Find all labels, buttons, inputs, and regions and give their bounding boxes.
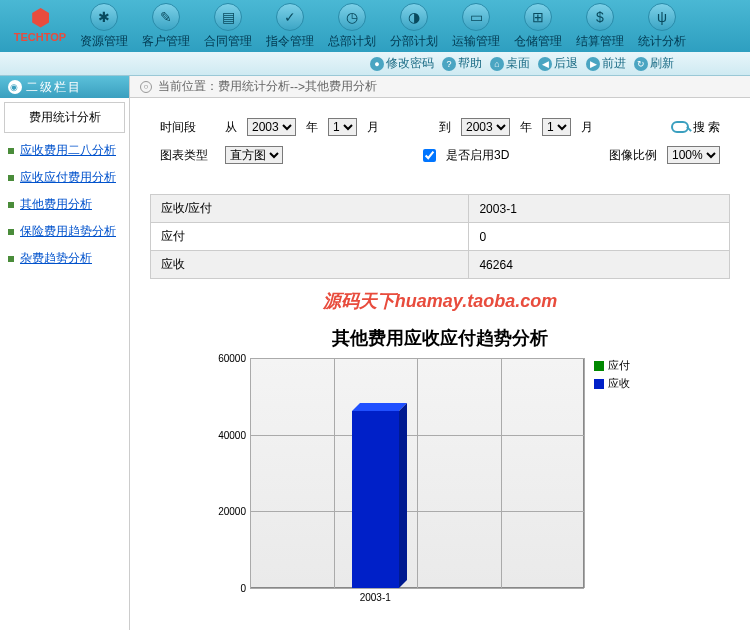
table-cell: 46264 xyxy=(469,251,730,279)
topnav-item[interactable]: ▭运输管理 xyxy=(452,3,500,50)
topnav-item[interactable]: ✱资源管理 xyxy=(80,3,128,50)
enable-3d-label: 是否启用3D xyxy=(446,147,509,164)
top-navigation: ✱资源管理✎客户管理▤合同管理✓指令管理◷总部计划◑分部计划▭运输管理⊞仓储管理… xyxy=(0,0,750,52)
topnav-icon: ✎ xyxy=(152,3,180,31)
table-row: 应收46264 xyxy=(151,251,730,279)
year-label: 年 xyxy=(306,119,318,136)
sidebar-current-section: 费用统计分析 xyxy=(4,102,125,133)
topnav-icon: ▭ xyxy=(462,3,490,31)
topnav-icon: ⊞ xyxy=(524,3,552,31)
table-row: 应付0 xyxy=(151,223,730,251)
main-content: ○ 当前位置： 费用统计分析 --> 其他费用分析 时间段 从 2003 年 1… xyxy=(130,76,750,630)
topnav-label: 仓储管理 xyxy=(514,33,562,50)
topnav-label: 分部计划 xyxy=(390,33,438,50)
topnav-item[interactable]: ✓指令管理 xyxy=(266,3,314,50)
year-from-select[interactable]: 2003 xyxy=(247,118,296,136)
topnav-icon: $ xyxy=(586,3,614,31)
year-label-2: 年 xyxy=(520,119,532,136)
topnav-item[interactable]: ✎客户管理 xyxy=(142,3,190,50)
chart-ytick: 60000 xyxy=(218,353,250,364)
lock-icon: ● xyxy=(370,57,384,71)
legend-swatch xyxy=(594,361,604,371)
breadcrumb: ○ 当前位置： 费用统计分析 --> 其他费用分析 xyxy=(130,76,750,98)
forward-button[interactable]: ▶前进 xyxy=(586,55,626,72)
sidebar-link[interactable]: 应收费用二八分析 xyxy=(0,137,129,164)
change-password-button[interactable]: ●修改密码 xyxy=(370,55,434,72)
chart-ytick: 0 xyxy=(240,583,250,594)
back-icon: ◀ xyxy=(538,57,552,71)
table-cell: 应收/应付 xyxy=(151,195,469,223)
sidebar-link[interactable]: 杂费趋势分析 xyxy=(0,245,129,272)
app-logo: ⬢ TECHTOP xyxy=(5,5,75,47)
sidebar-link[interactable]: 保险费用趋势分析 xyxy=(0,218,129,245)
topnav-item[interactable]: ◑分部计划 xyxy=(390,3,438,50)
month-from-select[interactable]: 1 xyxy=(328,118,357,136)
topnav-icon: ▤ xyxy=(214,3,242,31)
data-table: 应收/应付2003-1应付0应收46264 xyxy=(150,194,730,279)
refresh-icon: ↻ xyxy=(634,57,648,71)
chart-title: 其他费用应收应付趋势分析 xyxy=(240,318,640,358)
table-row: 应收/应付2003-1 xyxy=(151,195,730,223)
table-cell: 2003-1 xyxy=(469,195,730,223)
legend-item: 应收 xyxy=(594,376,630,391)
topnav-item[interactable]: $结算管理 xyxy=(576,3,624,50)
table-cell: 应收 xyxy=(151,251,469,279)
menu-icon: ◉ xyxy=(8,80,22,94)
topnav-icon: ◷ xyxy=(338,3,366,31)
sidebar: ◉ 二级栏目 费用统计分析 应收费用二八分析应收应付费用分析其他费用分析保险费用… xyxy=(0,76,130,630)
refresh-button[interactable]: ↻刷新 xyxy=(634,55,674,72)
chart-type-select[interactable]: 直方图 xyxy=(225,146,283,164)
topnav-label: 运输管理 xyxy=(452,33,500,50)
search-icon xyxy=(671,121,689,133)
topnav-item[interactable]: ▤合同管理 xyxy=(204,3,252,50)
sidebar-header: ◉ 二级栏目 xyxy=(0,76,129,98)
chart-ytick: 20000 xyxy=(218,506,250,517)
topnav-icon: ✱ xyxy=(90,3,118,31)
legend-swatch xyxy=(594,379,604,389)
topnav-label: 合同管理 xyxy=(204,33,252,50)
legend-item: 应付 xyxy=(594,358,630,373)
enable-3d-checkbox[interactable] xyxy=(423,149,436,162)
topnav-label: 指令管理 xyxy=(266,33,314,50)
topnav-item[interactable]: ψ统计分析 xyxy=(638,3,686,50)
help-icon: ? xyxy=(442,57,456,71)
bullet-icon xyxy=(8,256,14,262)
topnav-icon: ◑ xyxy=(400,3,428,31)
topnav-label: 总部计划 xyxy=(328,33,376,50)
topnav-label: 资源管理 xyxy=(80,33,128,50)
to-label: 到 xyxy=(439,119,451,136)
year-to-select[interactable]: 2003 xyxy=(461,118,510,136)
search-button[interactable]: 搜 索 xyxy=(671,119,720,136)
chart-bar xyxy=(352,411,399,588)
topnav-item[interactable]: ⊞仓储管理 xyxy=(514,3,562,50)
bullet-icon xyxy=(8,175,14,181)
topnav-item[interactable]: ◷总部计划 xyxy=(328,3,376,50)
topnav-icon: ✓ xyxy=(276,3,304,31)
chart-ytick: 40000 xyxy=(218,429,250,440)
chart-legend: 应付应收 xyxy=(584,358,630,588)
help-button[interactable]: ?帮助 xyxy=(442,55,482,72)
location-icon: ○ xyxy=(140,81,152,93)
bullet-icon xyxy=(8,202,14,208)
chart-plot: 02000040000600002003-1 xyxy=(250,358,584,588)
chart-type-label: 图表类型 xyxy=(160,147,215,164)
sidebar-link[interactable]: 应收应付费用分析 xyxy=(0,164,129,191)
sidebar-link[interactable]: 其他费用分析 xyxy=(0,191,129,218)
topnav-label: 结算管理 xyxy=(576,33,624,50)
image-ratio-select[interactable]: 100% xyxy=(667,146,720,164)
topnav-label: 客户管理 xyxy=(142,33,190,50)
month-to-select[interactable]: 1 xyxy=(542,118,571,136)
watermark-text: 源码天下huamay.taoba.com xyxy=(130,289,750,313)
time-range-label: 时间段 xyxy=(160,119,215,136)
back-button[interactable]: ◀后退 xyxy=(538,55,578,72)
table-cell: 应付 xyxy=(151,223,469,251)
image-ratio-label: 图像比例 xyxy=(609,147,657,164)
table-cell: 0 xyxy=(469,223,730,251)
chart-container: 其他费用应收应付趋势分析 02000040000600002003-1 应付应收 xyxy=(240,318,640,588)
toolbar: ●修改密码 ?帮助 ⌂桌面 ◀后退 ▶前进 ↻刷新 xyxy=(0,52,750,76)
bullet-icon xyxy=(8,148,14,154)
bullet-icon xyxy=(8,229,14,235)
forward-icon: ▶ xyxy=(586,57,600,71)
topnav-icon: ψ xyxy=(648,3,676,31)
desktop-button[interactable]: ⌂桌面 xyxy=(490,55,530,72)
